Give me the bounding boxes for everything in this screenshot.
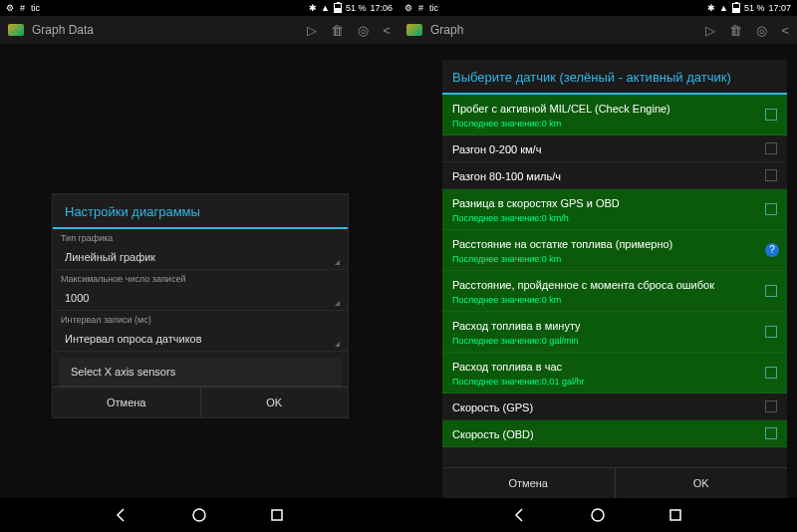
app-indicator-icon: ⚙ (6, 3, 14, 13)
chart-type-label: Тип графика (53, 229, 348, 245)
battery-pct: 51 % (346, 3, 367, 13)
sensor-item[interactable]: Расстояние, пройденное с момента сброса … (442, 271, 787, 312)
checkbox[interactable] (765, 427, 777, 439)
svg-rect-1 (272, 510, 282, 520)
sensor-item[interactable]: Расход топлива в минутуПоследнее значени… (442, 312, 787, 353)
chart-settings-dialog: Настройки диаграммы Тип графика Линейный… (52, 193, 349, 418)
bluetooth-icon: ✱ (309, 3, 317, 13)
checkbox[interactable] (765, 142, 777, 154)
sensor-last-value: Последнее значение:0 km (452, 295, 777, 305)
checkbox[interactable] (765, 400, 777, 412)
sensor-item[interactable]: Скорость (GPS) (442, 394, 787, 420)
cancel-button[interactable]: Отмена (53, 388, 201, 417)
select-x-axis-button[interactable]: Select X axis sensors (59, 358, 342, 387)
sensor-item[interactable]: Скорость (OBD) (442, 420, 787, 447)
info-icon[interactable]: ? (765, 243, 779, 257)
sensor-item[interactable]: Расход топлива в часПоследнее значение:0… (442, 353, 787, 394)
back-button[interactable] (511, 506, 529, 524)
share-icon[interactable]: < (383, 23, 391, 38)
interval-label: Интервал записи (мс) (53, 311, 348, 327)
screen-right: ⚙ # tic ✱ ▲ 51 % 17:07 Graph ▷ 🗑 ◎ < Выб… (398, 0, 797, 532)
share-icon[interactable]: < (781, 23, 789, 38)
app-title: Graph (430, 23, 697, 37)
app-icon (406, 24, 422, 36)
network-name: tic (429, 3, 438, 13)
network-name: tic (31, 3, 40, 13)
nav-bar (0, 498, 398, 532)
trash-icon[interactable]: 🗑 (331, 23, 344, 38)
signal-icon: ▲ (321, 3, 330, 13)
sensor-last-value: Последнее значение:0 gal/min (452, 336, 777, 346)
recent-button[interactable] (268, 506, 286, 524)
signal-icon: ▲ (719, 3, 728, 13)
checkbox[interactable] (765, 169, 777, 181)
svg-point-0 (193, 509, 205, 521)
sensor-item[interactable]: Расстояние на остатке топлива (примерно)… (442, 230, 787, 271)
sensor-name: Пробег с активной MIL/CEL (Check Engine) (452, 103, 777, 115)
home-button[interactable] (589, 506, 607, 524)
dialog-title: Настройки диаграммы (53, 194, 348, 229)
play-icon[interactable]: ▷ (307, 23, 317, 38)
battery-icon (334, 3, 342, 13)
checkbox[interactable] (765, 203, 777, 215)
clock: 17:07 (768, 3, 791, 13)
svg-point-2 (592, 509, 604, 521)
chart-type-select[interactable]: Линейный график (53, 245, 348, 270)
dialog-title: Выберите датчик (зелёный - активный датч… (442, 60, 787, 95)
app-indicator-icon: ⚙ (404, 3, 412, 13)
dialog-buttons: Отмена OK (53, 387, 348, 417)
sensor-name: Скорость (GPS) (452, 401, 777, 413)
recent-button[interactable] (666, 506, 684, 524)
cancel-button[interactable]: Отмена (442, 468, 616, 498)
hash-icon: # (20, 3, 25, 13)
ok-button[interactable]: OK (201, 388, 349, 417)
sensor-name: Расход топлива в час (452, 361, 777, 373)
app-bar: Graph Data ▷ 🗑 ◎ < (0, 16, 398, 44)
status-bar: ⚙ # tic ✱ ▲ 51 % 17:07 (398, 0, 797, 16)
nav-bar (398, 498, 797, 532)
sensor-last-value: Последнее значение:0 km/h (452, 213, 777, 223)
checkbox[interactable] (765, 367, 777, 379)
sensor-last-value: Последнее значение:0,01 gal/hr (452, 377, 777, 387)
sensor-item[interactable]: Пробег с активной MIL/CEL (Check Engine)… (442, 95, 787, 135)
sensor-item[interactable]: Разница в скоростях GPS и OBDПоследнее з… (442, 189, 787, 230)
max-records-select[interactable]: 1000 (53, 286, 348, 311)
sensor-name: Разгон 80-100 миль/ч (452, 170, 777, 182)
sensor-name: Разгон 0-200 км/ч (452, 143, 777, 155)
app-bar: Graph ▷ 🗑 ◎ < (398, 16, 797, 44)
home-button[interactable] (190, 506, 208, 524)
target-icon[interactable]: ◎ (756, 23, 767, 38)
status-bar: ⚙ # tic ✱ ▲ 51 % 17:06 (0, 0, 398, 16)
play-icon[interactable]: ▷ (705, 23, 715, 38)
svg-rect-3 (670, 510, 680, 520)
target-icon[interactable]: ◎ (358, 23, 369, 38)
checkbox[interactable] (765, 109, 777, 121)
sensor-name: Разница в скоростях GPS и OBD (452, 197, 777, 209)
sensor-select-dialog: Выберите датчик (зелёный - активный датч… (442, 60, 787, 498)
dialog-buttons: Отмена OK (442, 467, 787, 498)
sensor-list[interactable]: Пробег с активной MIL/CEL (Check Engine)… (442, 95, 787, 467)
app-icon (8, 24, 24, 36)
content-area: Настройки диаграммы Тип графика Линейный… (0, 44, 398, 498)
sensor-name: Расход топлива в минуту (452, 320, 777, 332)
ok-button[interactable]: OK (616, 468, 788, 498)
max-records-label: Максимальное число записей (53, 270, 348, 286)
trash-icon[interactable]: 🗑 (729, 23, 742, 38)
checkbox[interactable] (765, 285, 777, 297)
sensor-name: Расстояние на остатке топлива (примерно) (452, 238, 777, 250)
sensor-last-value: Последнее значение:0 km (452, 254, 777, 264)
screen-left: ⚙ # tic ✱ ▲ 51 % 17:06 Graph Data ▷ 🗑 ◎ … (0, 0, 398, 532)
app-title: Graph Data (32, 23, 299, 37)
hash-icon: # (418, 3, 423, 13)
battery-icon (732, 3, 740, 13)
interval-select[interactable]: Интервал опроса датчиков (53, 327, 348, 352)
sensor-name: Скорость (OBD) (452, 428, 777, 440)
sensor-item[interactable]: Разгон 0-200 км/ч (442, 135, 787, 162)
checkbox[interactable] (765, 326, 777, 338)
battery-pct: 51 % (744, 3, 765, 13)
sensor-last-value: Последнее значение:0 km (452, 119, 777, 129)
sensor-item[interactable]: Разгон 80-100 миль/ч (442, 162, 787, 189)
bluetooth-icon: ✱ (707, 3, 715, 13)
content-area: Выберите датчик (зелёный - активный датч… (398, 44, 797, 498)
back-button[interactable] (113, 506, 131, 524)
